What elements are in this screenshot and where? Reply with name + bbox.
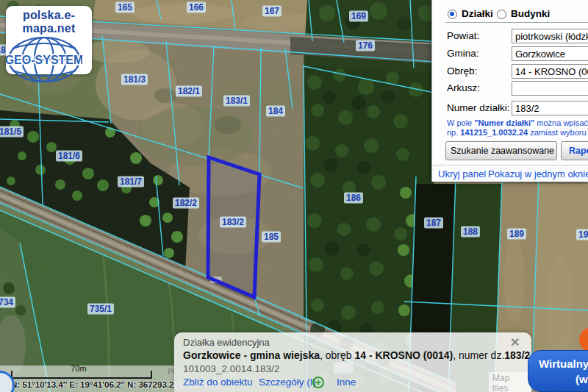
- brand-text: GEO-SYSTEM: [6, 54, 82, 66]
- parcel-label: 181/5: [0, 126, 24, 138]
- single-window-link[interactable]: Pokazuj w jednym oknie: [488, 168, 588, 179]
- field-label-arkusz: Arkusz:: [447, 82, 480, 93]
- parcel-label: 167: [262, 6, 282, 17]
- parcel-label: 735/1: [87, 304, 114, 315]
- assistant-label-line2: (w: [576, 373, 588, 385]
- panel-footer: Ukryj panel Pokazuj w jednym oknie: [432, 165, 588, 182]
- parcel-label: 166: [187, 2, 206, 13]
- parcel-description: Gorzkowice - gmina wiejska, obręb 14 - K…: [183, 349, 530, 361]
- parcel-label: 181/7: [118, 177, 144, 188]
- field-label-numer: Numer działki:: [447, 102, 510, 113]
- field-label-gmina: Gmina:: [447, 48, 479, 59]
- parcel-label: 186: [344, 193, 363, 204]
- parcel-label: 165: [115, 2, 135, 13]
- reports-button[interactable]: Raporty: [561, 141, 588, 160]
- field-label-obreb: Obręb:: [447, 65, 477, 76]
- other-link[interactable]: Inne: [337, 377, 356, 388]
- obreb-input[interactable]: [512, 64, 588, 79]
- parcel-label: 187: [424, 218, 443, 229]
- hint-line-1: W pole "Numer działki" można wpisać pełn…: [447, 118, 588, 128]
- field-label-powiat: Powiat:: [447, 30, 479, 41]
- assistant-label-line1: Wirtualny Asystent: [539, 357, 588, 370]
- gmina-input[interactable]: [512, 46, 588, 61]
- parcel-label: 181/3: [121, 74, 148, 85]
- parcel-label: 182/1: [176, 86, 202, 97]
- add-icon[interactable]: +: [312, 377, 324, 388]
- info-title: Działka ewidencyjna: [183, 337, 270, 348]
- parcel-identifier: 101003_2.0014.183/2: [183, 363, 279, 374]
- powiat-input[interactable]: [512, 29, 588, 43]
- parcel-label: 176: [356, 40, 375, 51]
- map-tiles-attribution: Map tiles: [489, 372, 531, 392]
- parcel-label: 189: [507, 229, 526, 240]
- parcel-label-selected: 183/2: [220, 217, 246, 228]
- radio-budynki-label: Budynki: [511, 8, 550, 19]
- parcel-label: 181/6: [56, 151, 82, 162]
- parcel-label: 184: [266, 106, 285, 117]
- hint-line-2: np. 141215_1.0032.24 zamiast wyboru powi…: [447, 128, 588, 138]
- geo-system-logo: polska.e-mapa.net GEO-SYSTEM: [6, 6, 92, 74]
- scale-label: 70m: [46, 364, 112, 373]
- parcel-label: 169: [349, 11, 368, 22]
- parcel-label: 185: [262, 232, 281, 243]
- parcel-info-panel: Działka ewidencyjna Gorzkowice - gmina w…: [174, 332, 531, 392]
- radio-budynki[interactable]: [497, 10, 506, 19]
- parcel-label: 182/2: [173, 198, 199, 209]
- radio-dzialki-label: Działki: [462, 8, 493, 19]
- divider: [445, 22, 588, 23]
- search-panel: Działki Budynki Powiat: Gmina: Obręb: Ar…: [431, 0, 588, 182]
- virtual-assistant-button[interactable]: Wirtualny Asystent (w: [528, 350, 588, 392]
- advanced-search-button[interactable]: Szukanie zaawansowane: [445, 141, 557, 160]
- app-window: 165 166 167 169 176 181/3 182/1 183/1 18…: [0, 0, 588, 392]
- numer-dzialki-input[interactable]: [512, 101, 588, 115]
- hide-panel-link[interactable]: Ukryj panel: [438, 168, 486, 179]
- parcel-label: 190: [576, 229, 588, 240]
- close-icon[interactable]: ✕: [510, 335, 520, 349]
- arkusz-input[interactable]: [512, 81, 588, 96]
- parcel-label: 183/1: [223, 96, 250, 107]
- site-name: polska.e-mapa.net: [6, 9, 92, 35]
- radio-dzialki[interactable]: [448, 10, 457, 19]
- globe-icon: GEO-SYSTEM: [6, 35, 82, 84]
- zoom-to-object-link[interactable]: Zbliż do obiektu: [183, 377, 253, 388]
- details-link[interactable]: Szczegóły (I): [259, 377, 316, 388]
- parcel-label: 188: [461, 227, 480, 238]
- parcel-label: 734: [0, 297, 15, 308]
